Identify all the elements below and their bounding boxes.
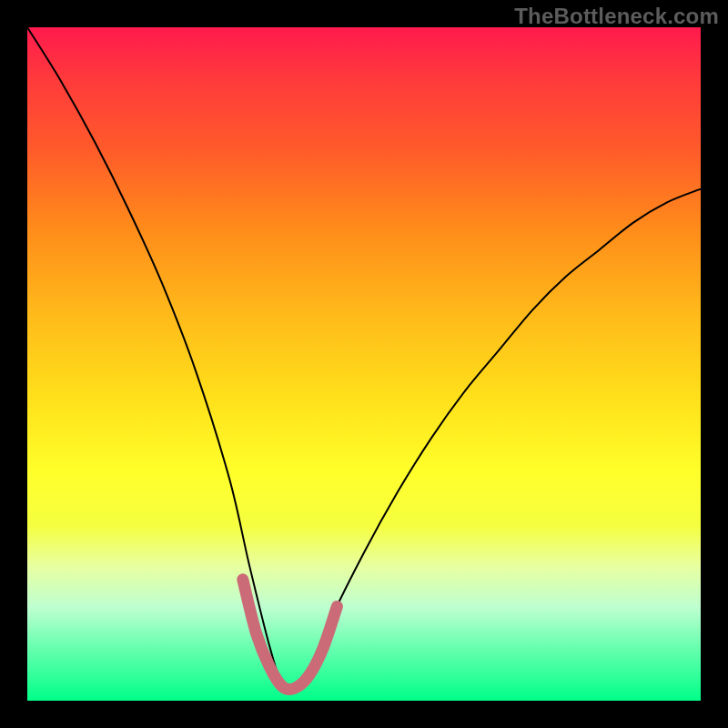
watermark-text: TheBottleneck.com: [514, 4, 719, 29]
chart-svg: [27, 27, 701, 701]
bottleneck-curve: [27, 27, 701, 691]
plot-area: [27, 27, 701, 701]
chart-frame: TheBottleneck.com: [0, 0, 728, 728]
